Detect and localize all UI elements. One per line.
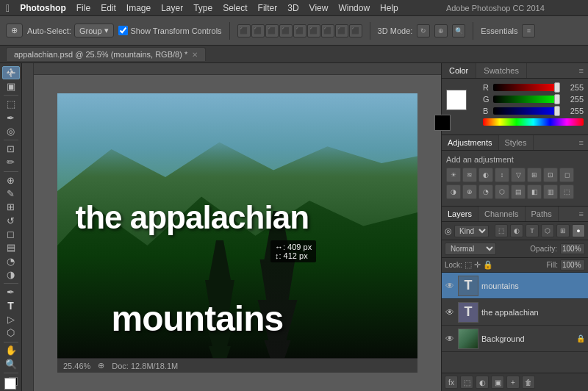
clone-tool[interactable]: ⊞ — [2, 201, 20, 213]
menu-help[interactable]: Help — [380, 3, 398, 13]
menu-file[interactable]: File — [76, 3, 90, 13]
3d-rotate-btn[interactable]: ↻ — [417, 24, 430, 37]
brightness-contrast-icon[interactable]: ☀ — [446, 168, 461, 182]
adjustments-tab[interactable]: Adjustments — [442, 135, 499, 150]
channel-mixer-icon[interactable]: ⊕ — [462, 184, 477, 199]
align-left-btn[interactable]: ⬛ — [237, 24, 251, 37]
layer-filter-pixel-btn[interactable]: ⬚ — [495, 224, 508, 237]
layer-filter-toggle[interactable]: ● — [572, 224, 585, 237]
transform-controls-toggle[interactable]: Show Transform Controls — [118, 26, 222, 35]
new-group-btn[interactable]: ▣ — [491, 376, 504, 389]
color-panel-menu-btn[interactable]: ≡ — [575, 63, 588, 78]
distribute-v-btn[interactable]: ⬛ — [335, 24, 348, 37]
layer-item-mountains[interactable]: 👁 T mountains — [442, 273, 588, 299]
opacity-input[interactable] — [560, 243, 585, 254]
brush-tool[interactable]: ✎ — [2, 187, 20, 200]
artboard-tool[interactable]: ▣ — [2, 80, 20, 93]
layer-filter-type-btn[interactable]: T — [526, 224, 539, 237]
marquee-tool[interactable]: ⬚ — [2, 98, 20, 110]
lock-all-icon[interactable]: 🔒 — [483, 260, 493, 270]
background-color-swatch[interactable] — [434, 115, 451, 131]
kind-filter-select[interactable]: Kind — [454, 225, 489, 237]
align-top-btn[interactable]: ⬛ — [279, 24, 293, 37]
menu-view[interactable]: View — [309, 3, 329, 13]
path-select-tool[interactable]: ▷ — [2, 313, 20, 326]
add-mask-btn[interactable]: ⬚ — [460, 376, 473, 389]
layers-panel-menu-btn[interactable]: ≡ — [575, 207, 588, 221]
align-middle-btn[interactable]: ⬛ — [293, 24, 306, 37]
fill-input[interactable] — [560, 259, 585, 270]
menu-edit[interactable]: Edit — [101, 3, 116, 13]
lasso-tool[interactable]: ✒ — [2, 111, 20, 123]
3d-pan-btn[interactable]: ⊕ — [434, 24, 448, 37]
app-name-menu[interactable]: Photoshop — [20, 3, 66, 13]
menu-layer[interactable]: Layer — [161, 3, 183, 13]
layer-effects-btn[interactable]: fx — [445, 376, 458, 389]
pen-tool[interactable]: ✒ — [2, 286, 20, 298]
blur-tool[interactable]: ◔ — [2, 255, 20, 268]
text-tool[interactable]: T — [2, 299, 20, 312]
hue-saturation-icon[interactable]: ⊞ — [527, 168, 542, 182]
color-tab[interactable]: Color — [442, 63, 476, 78]
paths-tab[interactable]: Paths — [526, 207, 559, 221]
menu-filter[interactable]: Filter — [258, 3, 278, 13]
quick-select-tool[interactable]: ◎ — [2, 125, 20, 137]
auto-select-dropdown[interactable]: Group ▾ — [74, 24, 114, 37]
align-bottom-btn[interactable]: ⬛ — [307, 24, 320, 37]
adj-panel-menu-btn[interactable]: ≡ — [575, 135, 588, 150]
align-right-btn[interactable]: ⬛ — [265, 24, 279, 37]
color-balance-icon[interactable]: ⊡ — [543, 168, 558, 182]
history-brush-tool[interactable]: ↺ — [2, 214, 20, 226]
selective-color-icon[interactable]: ⬚ — [559, 184, 574, 199]
foreground-color[interactable] — [2, 376, 20, 388]
menu-window[interactable]: Window — [338, 3, 370, 13]
curves-icon[interactable]: ◐ — [478, 168, 493, 182]
distribute-gap-btn[interactable]: ⬛ — [349, 24, 362, 37]
eyedropper-tool[interactable]: ✏ — [2, 156, 20, 168]
menu-type[interactable]: Type — [193, 3, 212, 13]
levels-icon[interactable]: ≋ — [462, 168, 477, 182]
blend-mode-select[interactable]: Normal — [445, 243, 496, 255]
move-options-btn[interactable]: ⊕ — [6, 24, 23, 37]
tab-close-btn[interactable]: ✕ — [192, 51, 198, 59]
color-lookup-icon[interactable]: ◔ — [478, 184, 493, 199]
crop-tool[interactable]: ⊡ — [2, 143, 20, 155]
shape-tool[interactable]: ⬡ — [2, 326, 20, 339]
foreground-color-swatch[interactable] — [446, 90, 467, 110]
menu-3d[interactable]: 3D — [287, 3, 298, 13]
add-adjustment-layer-btn[interactable]: ◐ — [476, 376, 489, 389]
3d-zoom-btn[interactable]: 🔍 — [452, 24, 465, 37]
layer-visibility-mountains[interactable]: 👁 — [445, 281, 455, 291]
layer-filter-adjust-btn[interactable]: ◐ — [510, 224, 523, 237]
document-tab[interactable]: appalachian.psd @ 25.5% (mountains, RGB/… — [6, 47, 206, 61]
layer-visibility-appalachian[interactable]: 👁 — [445, 307, 455, 318]
eraser-tool[interactable]: ◻ — [2, 228, 20, 240]
channels-tab[interactable]: Channels — [478, 207, 525, 221]
canvas-area[interactable]: the appalachian mountains ↔: 409 px ↕: 4… — [22, 63, 441, 391]
layer-item-background[interactable]: 👁 Background 🔒 — [442, 326, 588, 352]
hand-tool[interactable]: ✋ — [2, 344, 20, 356]
distribute-h-btn[interactable]: ⬛ — [321, 24, 334, 37]
gradient-map-icon[interactable]: ▥ — [543, 184, 558, 199]
layer-item-appalachian[interactable]: 👁 T the appalachian — [442, 299, 588, 326]
move-tool[interactable] — [2, 66, 20, 79]
exposure-icon[interactable]: ↕ — [495, 168, 509, 182]
spectrum-bar[interactable] — [483, 118, 584, 126]
threshold-icon[interactable]: ◧ — [527, 184, 542, 199]
new-layer-btn[interactable]: + — [506, 376, 520, 389]
blue-slider[interactable] — [493, 107, 560, 115]
apple-menu[interactable]:  — [6, 2, 10, 14]
lock-pixels-icon[interactable]: ⬚ — [465, 260, 472, 270]
dodge-tool[interactable]: ◑ — [2, 268, 20, 281]
heal-tool[interactable]: ⊕ — [2, 173, 20, 186]
lock-position-icon[interactable]: ✛ — [474, 260, 481, 270]
bw-icon[interactable]: ◻ — [559, 168, 574, 182]
vibrance-icon[interactable]: ▽ — [511, 168, 526, 182]
layers-tab[interactable]: Layers — [442, 207, 478, 221]
invert-icon[interactable]: ⬡ — [495, 184, 509, 199]
delete-layer-btn[interactable]: 🗑 — [522, 376, 535, 389]
swatches-tab[interactable]: Swatches — [476, 63, 527, 78]
align-center-btn[interactable]: ⬛ — [251, 24, 265, 37]
gradient-tool[interactable]: ▤ — [2, 241, 20, 254]
menu-select[interactable]: Select — [223, 3, 247, 13]
